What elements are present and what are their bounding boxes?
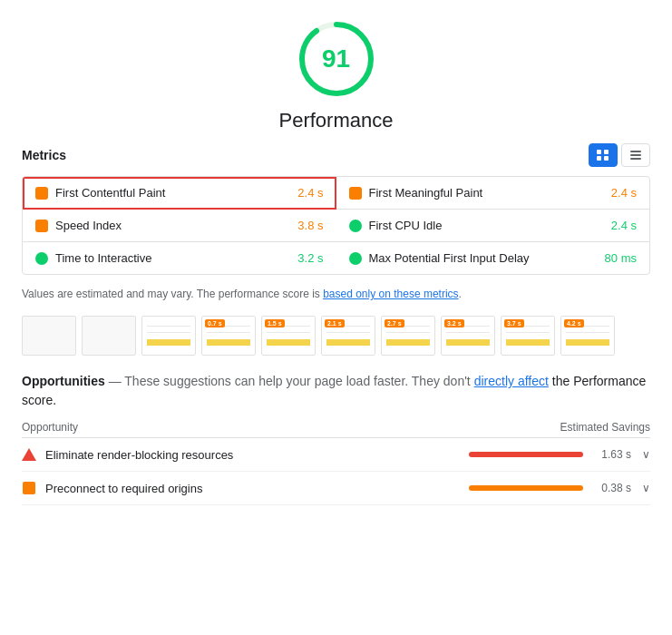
thumbnail-t10[interactable]: 4.2 s: [560, 316, 615, 356]
metric-name-fmp: First Meaningful Paint: [369, 186, 604, 200]
thumbnail-t5[interactable]: 1.5 s: [261, 316, 316, 356]
score-label: Performance: [279, 109, 394, 132]
opp-title-desc: — These suggestions can help your page l…: [105, 374, 474, 388]
thumbnails-row: 0.7 s1.5 s2.1 s2.7 s3.2 s3.7 s4.2 s: [22, 316, 650, 356]
metric-item-tti: Time to Interactive3.2 s: [23, 242, 336, 274]
opp-col-opportunity: Opportunity: [22, 421, 78, 434]
metric-item-si: Speed Index3.8 s: [23, 210, 336, 242]
opp-row-preconnect[interactable]: Preconnect to required origins0.38 s∨: [22, 472, 650, 505]
metric-dot-si: [35, 220, 48, 232]
metric-value-fcp: 2.4 s: [297, 186, 323, 200]
metrics-note: Values are estimated and may vary. The p…: [22, 286, 650, 303]
metric-value-fci: 2.4 s: [611, 219, 637, 232]
metric-name-si: Speed Index: [55, 219, 290, 232]
thumbnail-t1[interactable]: [22, 316, 76, 356]
metric-item-mpfid: Max Potential First Input Delay80 ms: [336, 242, 650, 274]
opportunities-title: Opportunities — These suggestions can he…: [22, 372, 650, 410]
thumbnail-t4[interactable]: 0.7 s: [201, 316, 256, 356]
square-orange-icon: [22, 481, 36, 495]
metric-item-fcp: First Contentful Paint2.4 s: [23, 177, 336, 210]
opp-title-bold: Opportunities: [22, 374, 105, 388]
metric-value-mpfid: 80 ms: [605, 251, 637, 265]
score-section: 91 Performance: [22, 18, 650, 132]
thumbnail-inner-t3: [147, 319, 190, 352]
list-view-button[interactable]: [621, 143, 650, 167]
metric-name-fcp: First Contentful Paint: [55, 186, 290, 200]
thumbnail-t8[interactable]: 3.2 s: [441, 316, 495, 356]
metric-dot-fci: [349, 220, 362, 232]
opp-name-preconnect: Preconnect to required origins: [45, 482, 460, 495]
metric-name-mpfid: Max Potential First Input Delay: [369, 251, 598, 265]
thumbnail-badge-t5: 1.5 s: [265, 319, 285, 327]
score-value: 91: [322, 44, 350, 73]
performance-score-circle: 91: [296, 18, 377, 100]
opp-link[interactable]: directly affect: [474, 374, 549, 388]
opp-bar-area-render-blocking: 1.63 s∨: [469, 448, 650, 461]
metric-name-tti: Time to Interactive: [55, 251, 290, 265]
thumbnail-badge-t6: 2.1 s: [325, 319, 345, 327]
metrics-header: Metrics: [22, 143, 650, 167]
thumbnail-t3[interactable]: [141, 316, 196, 356]
svg-rect-3: [604, 150, 609, 154]
thumbnail-t2[interactable]: [82, 316, 136, 356]
opp-chevron-preconnect[interactable]: ∨: [642, 482, 650, 494]
opp-bar-preconnect: [469, 485, 583, 491]
opp-chevron-render-blocking[interactable]: ∨: [642, 448, 650, 461]
metric-dot-fmp: [349, 187, 362, 200]
opp-bar-render-blocking: [469, 452, 583, 457]
thumbnail-badge-t8: 3.2 s: [444, 319, 464, 327]
metric-dot-tti: [35, 252, 48, 265]
note-text2: .: [459, 288, 462, 300]
metric-item-fci: First CPU Idle2.4 s: [336, 210, 650, 242]
metric-dot-mpfid: [349, 252, 362, 265]
grid-view-button[interactable]: [589, 143, 618, 167]
metrics-grid: First Contentful Paint2.4 sFirst Meaning…: [22, 176, 650, 275]
view-toggle: [589, 143, 650, 167]
metric-value-fmp: 2.4 s: [611, 186, 637, 200]
opp-saving-render-blocking: 1.63 s: [590, 448, 631, 461]
svg-rect-4: [597, 156, 601, 161]
svg-rect-7: [630, 154, 641, 156]
thumbnail-t9[interactable]: 3.7 s: [501, 316, 555, 356]
opp-bar-area-preconnect: 0.38 s∨: [469, 482, 650, 494]
thumbnail-t6[interactable]: 2.1 s: [321, 316, 375, 356]
metrics-title: Metrics: [22, 148, 66, 162]
thumbnail-badge-t10: 4.2 s: [564, 319, 584, 327]
metric-item-fmp: First Meaningful Paint2.4 s: [336, 177, 650, 210]
opp-row-render-blocking[interactable]: Eliminate render-blocking resources1.63 …: [22, 438, 650, 472]
svg-rect-5: [604, 156, 609, 161]
metric-value-si: 3.8 s: [297, 219, 323, 232]
svg-rect-6: [630, 151, 641, 152]
metric-dot-fcp: [35, 187, 48, 200]
opportunities-header: Opportunities — These suggestions can he…: [22, 372, 650, 410]
svg-rect-8: [630, 158, 641, 160]
metric-name-fci: First CPU Idle: [369, 219, 604, 232]
svg-rect-2: [597, 150, 601, 154]
opp-saving-preconnect: 0.38 s: [590, 482, 631, 494]
opp-col-savings: Estimated Savings: [560, 421, 650, 434]
note-text1: Values are estimated and may vary. The p…: [22, 288, 323, 300]
triangle-red-icon: [22, 447, 36, 462]
thumbnail-t7[interactable]: 2.7 s: [381, 316, 435, 356]
opp-rows: Eliminate render-blocking resources1.63 …: [22, 438, 650, 505]
thumbnail-badge-t4: 0.7 s: [205, 319, 225, 327]
thumbnail-badge-t9: 3.7 s: [504, 319, 524, 327]
metrics-link[interactable]: based only on these metrics: [323, 288, 458, 300]
thumbnail-badge-t7: 2.7 s: [385, 319, 404, 327]
opp-name-render-blocking: Eliminate render-blocking resources: [45, 448, 460, 462]
metric-value-tti: 3.2 s: [297, 251, 323, 265]
opp-table-header: Opportunity Estimated Savings: [22, 415, 650, 438]
